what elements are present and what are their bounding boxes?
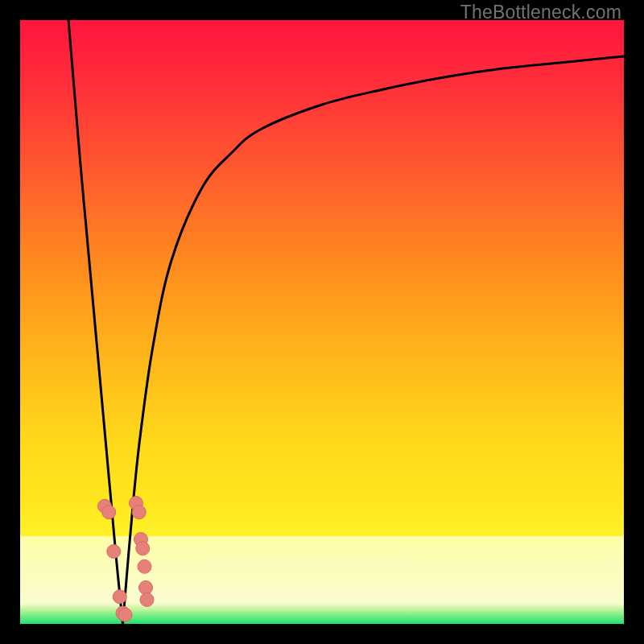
left-dot [113,590,126,604]
right-dot [138,559,151,573]
left-dot [107,545,121,559]
chart-frame: TheBottleneck.com [0,0,644,644]
curve-left-branch [68,20,123,624]
right-dot [132,506,146,519]
right-dot [140,593,154,607]
right-dot [139,581,153,595]
watermark-text: TheBottleneck.com [460,2,621,23]
chart-curves [20,20,624,624]
left-dot [102,506,116,519]
right-dot [136,542,150,555]
plot-area [20,20,624,624]
curve-right-branch [123,56,625,624]
left-dot [118,608,132,621]
